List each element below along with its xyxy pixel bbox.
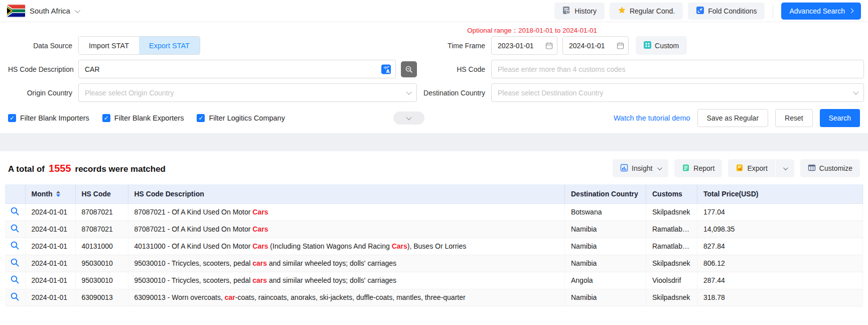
table-row: 2024-01-014013100040131000 - Of A Kind U… bbox=[5, 238, 863, 255]
highlighted-keyword: Cars bbox=[252, 208, 268, 216]
cell-hs-code: 63090013 bbox=[75, 289, 128, 306]
cell-month: 2024-01-01 bbox=[25, 203, 75, 221]
highlighted-keyword: Cars bbox=[252, 225, 268, 233]
expand-conditions-button[interactable] bbox=[393, 112, 424, 125]
checkbox-label: Filter Blank Exporters bbox=[114, 114, 184, 122]
row-detail-search-icon[interactable] bbox=[5, 203, 25, 221]
svg-text:A: A bbox=[386, 68, 390, 73]
country-selector[interactable]: South Africa bbox=[7, 5, 79, 17]
exact-search-icon-button[interactable] bbox=[401, 61, 417, 77]
cell-total-price: 14,098.35 bbox=[697, 221, 863, 238]
results-section: A total of 1555 records were matched Ins… bbox=[0, 151, 868, 306]
description-text: and similar wheeled toys; dolls' carriag… bbox=[267, 276, 396, 284]
total-count: 1555 bbox=[49, 163, 71, 174]
description-text: 87087021 - Of A Kind Used On Motor bbox=[134, 208, 253, 216]
origin-country-select[interactable] bbox=[78, 83, 417, 102]
export-button[interactable]: Export bbox=[728, 159, 775, 177]
cell-month: 2024-01-01 bbox=[25, 238, 75, 255]
cell-hs-code: 95030010 bbox=[75, 272, 128, 289]
sort-asc-icon bbox=[56, 191, 60, 193]
table-row: 2024-01-018708702187087021 - Of A Kind U… bbox=[5, 203, 863, 221]
topbar-actions: History Regular Cond. Fold Conditions A bbox=[554, 3, 861, 20]
cell-month: 2024-01-01 bbox=[25, 221, 75, 238]
customize-button[interactable]: Customize bbox=[800, 159, 860, 177]
advanced-search-button[interactable]: Advanced Search bbox=[781, 3, 861, 20]
destination-country-value[interactable] bbox=[491, 83, 864, 102]
fold-conditions-button[interactable]: Fold Conditions bbox=[688, 3, 765, 20]
custom-range-button[interactable]: Custom bbox=[636, 36, 687, 55]
cell-hs-code: 95030010 bbox=[75, 255, 128, 272]
table-row: 2024-01-016309001363090013 - Worn overco… bbox=[5, 289, 863, 306]
filter-blank-importers-checkbox[interactable]: ✓ Filter Blank Importers bbox=[8, 114, 89, 122]
import-stat-tab[interactable]: Import STAT bbox=[79, 37, 139, 54]
optional-range-text: Optional range：2018-01-01 to 2024-01-01 bbox=[417, 26, 860, 35]
header-hs-description: HS Code Description bbox=[128, 184, 565, 203]
calendar-icon bbox=[617, 42, 624, 49]
origin-country-value[interactable] bbox=[78, 83, 417, 102]
data-source-label: Data Source bbox=[8, 42, 78, 50]
chevron-down-icon bbox=[75, 7, 80, 13]
description-text: -coats, raincoats, anoraks, ski-jackets,… bbox=[235, 293, 466, 301]
cell-total-price: 177.04 bbox=[697, 203, 863, 221]
highlighted-keyword: cars bbox=[252, 259, 267, 267]
country-name: South Africa bbox=[30, 7, 70, 15]
export-icon bbox=[736, 164, 744, 173]
translate-icon[interactable]: 中 A bbox=[381, 64, 391, 74]
cell-destination-country: Namibia bbox=[565, 255, 646, 272]
hs-code-input[interactable] bbox=[491, 60, 864, 78]
regular-cond-label: Regular Cond. bbox=[630, 7, 675, 15]
search-button[interactable]: Search bbox=[820, 109, 860, 127]
calendar-icon bbox=[545, 42, 553, 49]
cell-customs: Skilpadsnek bbox=[646, 255, 697, 272]
highlighted-keyword: cars bbox=[252, 276, 267, 284]
regular-cond-button[interactable]: Regular Cond. bbox=[610, 3, 683, 20]
table-body: 2024-01-018708702187087021 - Of A Kind U… bbox=[5, 203, 863, 306]
table-row: 2024-01-019503001095030010 - Tricycles, … bbox=[5, 272, 863, 289]
highlighted-keyword: Cars bbox=[392, 242, 407, 250]
description-text: and similar wheeled toys; dolls' carriag… bbox=[267, 259, 396, 267]
description-text: 95030010 - Tricycles, scooters, pedal bbox=[134, 276, 253, 284]
cell-total-price: 287.44 bbox=[697, 272, 863, 289]
row-detail-search-icon[interactable] bbox=[5, 238, 25, 255]
row-detail-search-icon[interactable] bbox=[5, 221, 25, 238]
export-dropdown-arrow[interactable] bbox=[775, 159, 794, 177]
header-month[interactable]: Month bbox=[25, 184, 75, 203]
history-button[interactable]: History bbox=[554, 3, 605, 20]
cell-hs-code: 87087021 bbox=[75, 203, 128, 221]
header-destination-country: Destination Country bbox=[565, 184, 646, 203]
filter-panel: Optional range：2018-01-01 to 2024-01-01 … bbox=[0, 22, 868, 133]
sort-icon[interactable] bbox=[56, 191, 60, 197]
report-label: Report bbox=[693, 164, 714, 172]
table-header-row: Month HS Code HS Code Description Destin… bbox=[5, 184, 863, 203]
insight-button[interactable]: Insight bbox=[613, 159, 668, 177]
sort-desc-icon bbox=[56, 194, 60, 197]
reset-button[interactable]: Reset bbox=[775, 109, 813, 127]
row-detail-search-icon[interactable] bbox=[5, 272, 25, 289]
filter-logistics-company-checkbox[interactable]: ✓ Filter Logitics Company bbox=[197, 114, 285, 122]
date-to-field[interactable] bbox=[562, 36, 629, 55]
header-hs-code: HS Code bbox=[75, 184, 128, 203]
history-icon bbox=[562, 6, 571, 16]
destination-country-label: Destination Country bbox=[421, 89, 491, 97]
date-from-field[interactable] bbox=[491, 36, 557, 55]
hs-desc-input[interactable] bbox=[78, 60, 396, 78]
header-month-label: Month bbox=[32, 190, 53, 198]
report-button[interactable]: Report bbox=[674, 159, 722, 177]
export-stat-tab[interactable]: Export STAT bbox=[139, 37, 200, 54]
insight-icon bbox=[620, 164, 628, 173]
filter-blank-exporters-checkbox[interactable]: ✓ Filter Blank Exporters bbox=[102, 114, 184, 122]
highlighted-keyword: car bbox=[225, 293, 235, 301]
checkbox-label: Filter Blank Importers bbox=[20, 114, 89, 122]
total-prefix: A total of bbox=[8, 164, 45, 174]
save-as-regular-button[interactable]: Save as Regular bbox=[697, 109, 769, 127]
total-suffix: records were matched bbox=[75, 164, 166, 174]
cell-hs-code: 40131000 bbox=[75, 238, 128, 255]
export-label: Export bbox=[747, 164, 767, 172]
row-detail-search-icon[interactable] bbox=[5, 255, 25, 272]
row-detail-search-icon[interactable] bbox=[5, 289, 25, 306]
tutorial-demo-link[interactable]: Watch the tutorial demo bbox=[614, 114, 690, 122]
destination-country-select[interactable] bbox=[491, 83, 864, 102]
customize-icon bbox=[808, 164, 816, 173]
fold-conditions-label: Fold Conditions bbox=[708, 7, 757, 15]
section-divider bbox=[0, 133, 868, 151]
